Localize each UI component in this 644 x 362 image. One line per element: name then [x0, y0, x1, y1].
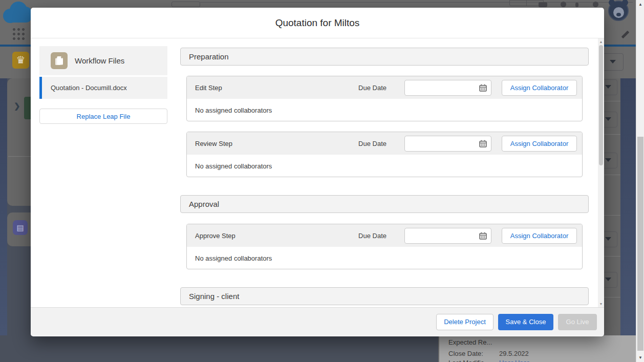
due-date-input[interactable]: [404, 228, 491, 244]
field-label: Close Date:: [448, 350, 483, 357]
help-icon: [561, 2, 566, 7]
scroll-up-icon[interactable]: ▲: [598, 40, 604, 44]
section-title: Signing - client: [189, 292, 239, 301]
replace-leap-file-button[interactable]: Replace Leap File: [39, 109, 167, 124]
files-copy-icon: [51, 52, 68, 69]
background-card-divider: [8, 156, 31, 157]
due-date-field: [404, 228, 491, 244]
step-card-body: No assigned collaborators: [187, 99, 582, 121]
edit-pencil-icon: [619, 30, 631, 39]
workflow-files-header: Workflow Files: [39, 46, 167, 75]
calendar-icon[interactable]: [479, 140, 487, 147]
scroll-down-icon[interactable]: ▼: [598, 302, 604, 306]
background-card-divider: [604, 175, 620, 175]
due-date-input[interactable]: [404, 136, 491, 152]
monitor-icon: [539, 2, 547, 7]
due-date-label: Due Date: [358, 84, 387, 92]
modal-footer: Delete Project Save & Close Go Live: [31, 307, 604, 336]
app-launcher-icon: [11, 27, 25, 40]
record-field: Close Date: 29.5.2022: [448, 350, 483, 357]
background-left-gutter: [0, 78, 7, 335]
due-date-label: Due Date: [358, 232, 387, 240]
modal-title: Quotation for Miltos: [275, 17, 360, 29]
background-header-button: [171, 2, 200, 7]
no-collaborators-text: No assigned collaborators: [195, 254, 272, 262]
go-live-button[interactable]: Go Live: [558, 314, 597, 330]
scroll-down-icon[interactable]: ▼: [636, 355, 644, 360]
calendar-icon[interactable]: [479, 84, 487, 92]
due-date-input[interactable]: [404, 80, 491, 96]
selected-indicator-bar: [39, 77, 42, 99]
background-card-divider: [604, 256, 620, 257]
record-field: Expected Re...: [448, 338, 492, 346]
background-record-details-panel: Expected Re... Close Date: 29.5.2022 Las…: [438, 335, 636, 362]
scroll-up-icon[interactable]: ▲: [636, 2, 644, 7]
background-button-group-divider: [526, 0, 527, 6]
due-date-field: [404, 136, 491, 152]
panel-title: Workflow Files: [75, 56, 124, 65]
background-card-divider: [604, 215, 620, 216]
background-card-divider: [604, 101, 620, 101]
modal-scrollbar-thumb[interactable]: [599, 45, 603, 165]
section-title: Approval: [189, 200, 219, 208]
section-header-preparation: Preparation: [180, 48, 589, 66]
step-name: Review Step: [195, 140, 232, 147]
setup-icon: [575, 3, 578, 7]
chevron-down-icon: [605, 117, 611, 121]
delete-project-button[interactable]: Delete Project: [436, 314, 493, 330]
section-header-approval: Approval: [180, 195, 589, 213]
step-card-body: No assigned collaborators: [187, 247, 582, 269]
due-date-label: Due Date: [358, 140, 387, 147]
no-collaborators-text: No assigned collaborators: [195, 162, 272, 170]
step-card-header: Review Step Due Date: [187, 132, 582, 155]
quote-entity-icon: [24, 97, 31, 119]
field-value-link: User User: [499, 359, 529, 362]
user-avatar: [608, 1, 629, 21]
screen: ♛ ❯ ▤ Expected Re... Close Date: 29.5.20…: [0, 0, 644, 362]
step-card-edit: Edit Step Due Date: [186, 76, 583, 121]
chevron-down-icon: [605, 158, 611, 162]
page-scrollbar-thumb[interactable]: [637, 137, 643, 351]
step-name: Approve Step: [195, 232, 235, 240]
salesforce-cloud-logo: [3, 1, 33, 24]
modal-header: Quotation for Miltos: [31, 8, 604, 38]
step-name: Edit Step: [195, 84, 222, 92]
chevron-down-icon: [605, 85, 611, 89]
file-name: Quotation - Documill.docx: [39, 84, 127, 92]
background-card-divider: [604, 134, 620, 135]
field-label: Expected Re...: [448, 338, 492, 346]
modal-body: Workflow Files Quotation - Documill.docx…: [31, 38, 604, 307]
quotation-modal: Quotation for Miltos Workflow Files: [31, 8, 604, 336]
save-and-close-button[interactable]: Save & Close: [498, 314, 553, 330]
field-value: 29.5.2022: [499, 350, 529, 357]
due-date-field: [404, 80, 491, 96]
opportunity-crown-icon: ♛: [12, 52, 29, 69]
step-card-review: Review Step Due Date: [186, 132, 583, 177]
assign-collaborator-button[interactable]: Assign Collaborator: [502, 136, 577, 152]
no-collaborators-text: No assigned collaborators: [195, 107, 272, 114]
step-card-header: Approve Step Due Date: [187, 224, 582, 247]
assign-collaborator-button[interactable]: Assign Collaborator: [502, 228, 577, 244]
step-card-header: Edit Step Due Date: [187, 76, 582, 99]
assign-collaborator-button[interactable]: Assign Collaborator: [502, 80, 577, 96]
field-label: Last Modifie...: [448, 359, 490, 362]
modal-scrollbar[interactable]: ▲ ▼: [598, 38, 604, 307]
chevron-down-icon: [605, 237, 611, 241]
step-card-body: No assigned collaborators: [187, 155, 582, 177]
background-card-divider: [604, 297, 620, 297]
notifications-bell-icon: [593, 2, 598, 7]
chevron-down-icon: [610, 60, 616, 63]
chevron-right-icon: ❯: [14, 101, 20, 111]
step-card-approve: Approve Step Due Date: [186, 224, 583, 269]
workflow-files-panel: Workflow Files Quotation - Documill.docx…: [39, 46, 167, 124]
global-search-box-edge: [200, 2, 633, 7]
background-right-gutter: [620, 78, 636, 335]
chevron-down-icon: [605, 278, 611, 281]
page-scrollbar[interactable]: ▲ ▼: [636, 0, 644, 362]
section-title: Preparation: [189, 52, 229, 61]
workflow-steps-area: Preparation Edit Step Due Date: [180, 38, 589, 307]
record-field: Last Modifie... User User: [448, 359, 490, 362]
section-header-signing: Signing - client: [180, 287, 589, 305]
file-list-item[interactable]: Quotation - Documill.docx: [39, 77, 167, 99]
calendar-icon[interactable]: [479, 232, 487, 240]
